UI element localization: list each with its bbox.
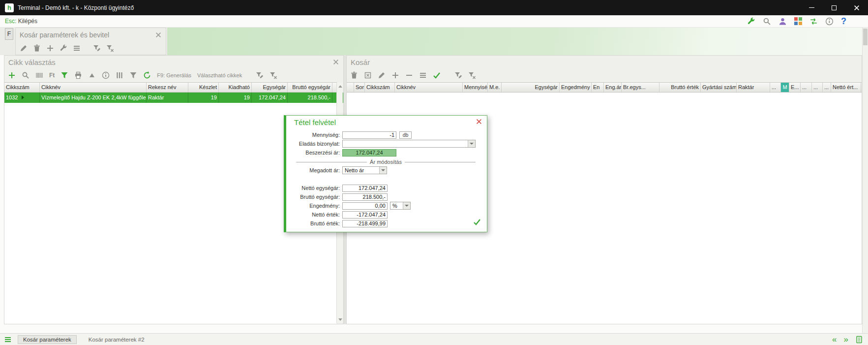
scroll-up-icon[interactable] xyxy=(338,85,342,88)
column-header-engedmeny[interactable]: Engedmény xyxy=(560,83,592,92)
plus-icon[interactable] xyxy=(391,71,399,79)
chevron-down-icon[interactable] xyxy=(468,140,475,147)
edit-pencil-icon[interactable] xyxy=(20,44,28,52)
separator-label: Ár módosítás xyxy=(370,159,402,165)
ft-price-icon[interactable]: Ft xyxy=(49,72,55,79)
close-icon[interactable] xyxy=(332,59,339,65)
funnel-icon[interactable] xyxy=(129,71,137,79)
filter-clear-icon[interactable] xyxy=(269,71,277,79)
edit-pencil-icon[interactable] xyxy=(378,71,386,79)
close-icon[interactable] xyxy=(155,31,162,38)
trash-icon[interactable] xyxy=(350,71,358,79)
discount-input[interactable] xyxy=(342,202,388,210)
minimize-button[interactable] xyxy=(800,0,823,15)
info-icon[interactable] xyxy=(825,17,834,26)
column-header-cikkszam[interactable]: Cikkszám xyxy=(365,83,395,92)
column-header-brutto-ertek[interactable]: Bruttó érték xyxy=(659,83,701,92)
net-unit-price-input[interactable] xyxy=(342,185,388,192)
selectable-items-button[interactable]: Választható cikkek xyxy=(197,72,242,78)
column-header-cikkszam[interactable]: Cikkszám xyxy=(4,83,40,92)
trash-icon[interactable] xyxy=(33,44,41,52)
search-icon[interactable] xyxy=(763,17,771,26)
column-header-rekesz-nev[interactable]: Rekesz név xyxy=(147,83,188,92)
filter-clear-icon[interactable] xyxy=(106,44,114,52)
menu-icon[interactable] xyxy=(419,71,427,79)
filter-clear-icon[interactable] xyxy=(468,71,476,79)
wrench-icon[interactable] xyxy=(747,17,755,26)
column-header-sor[interactable]: Sor xyxy=(354,83,365,92)
sale-document-dropdown[interactable] xyxy=(342,140,476,148)
plus-icon[interactable] xyxy=(46,44,54,52)
column-header-egysegar[interactable]: Egységár xyxy=(502,83,560,92)
net-value-input[interactable] xyxy=(342,211,388,219)
window-scrollbar[interactable] xyxy=(862,28,868,333)
discount-unit-dropdown[interactable]: % xyxy=(390,202,411,210)
document-icon[interactable] xyxy=(855,336,863,344)
column-header-dots4[interactable]: ... xyxy=(823,83,831,92)
chevron-down-icon[interactable] xyxy=(403,202,410,209)
sort-up-icon[interactable] xyxy=(88,71,96,79)
column-header-cikknev[interactable]: Cikknév xyxy=(40,83,147,92)
partial-panel-tab[interactable]: F xyxy=(5,28,13,40)
given-price-dropdown[interactable]: Netto ár xyxy=(342,166,387,174)
wrench-icon[interactable] xyxy=(60,44,67,52)
column-header-gyartasi-szam[interactable]: Gyártási szám xyxy=(701,83,737,92)
menu-icon[interactable] xyxy=(73,44,81,52)
printer-icon[interactable] xyxy=(74,71,82,79)
column-header-m[interactable]: M xyxy=(781,83,789,92)
column-header-en[interactable]: En xyxy=(592,83,604,92)
column-header-mennyiseg[interactable]: Mennyiség xyxy=(463,83,488,92)
column-header-brutto-egysegar[interactable]: Bruttó egységár xyxy=(288,83,332,92)
barcode-icon[interactable] xyxy=(35,71,43,79)
help-icon[interactable]: ? xyxy=(841,17,846,26)
filter-edit-icon[interactable] xyxy=(256,71,264,79)
gross-unit-price-label: Bruttó egységár: xyxy=(289,194,340,200)
search-icon[interactable] xyxy=(22,71,30,79)
tab-kosar-parameterek[interactable]: Kosár paraméterek xyxy=(18,335,77,344)
minus-icon[interactable] xyxy=(405,71,413,79)
chevron-down-icon[interactable] xyxy=(379,167,387,174)
column-header-cikknev[interactable]: Cikknév xyxy=(395,83,463,92)
next-page-icon[interactable]: » xyxy=(844,335,848,344)
gross-value-input[interactable] xyxy=(342,220,388,227)
columns-icon[interactable] xyxy=(116,71,123,79)
quantity-input[interactable] xyxy=(342,131,396,139)
scrollbar-thumb[interactable] xyxy=(863,29,868,45)
filter-edit-icon[interactable] xyxy=(93,44,101,52)
filter-edit-icon[interactable] xyxy=(454,71,462,79)
scroll-down-icon[interactable] xyxy=(338,318,342,321)
column-header-dots2[interactable]: ... xyxy=(801,83,812,92)
clear-all-icon[interactable] xyxy=(364,71,372,79)
column-header-dots1[interactable]: ... xyxy=(770,83,781,92)
column-header-raktar[interactable]: Raktár xyxy=(737,83,770,92)
close-icon[interactable] xyxy=(476,118,482,125)
column-header-engar[interactable]: Eng.ár xyxy=(604,83,622,92)
esc-exit-menu-item[interactable]: Esc: Kilépés xyxy=(5,18,37,25)
menu-icon[interactable] xyxy=(4,336,12,344)
column-header-e[interactable]: E... xyxy=(789,83,801,92)
table-row[interactable]: 1032 Vízmelegítő Hajdu Z-200 EK 2,4kW fü… xyxy=(4,93,343,103)
sale-document-label: Eladás bizonylat: xyxy=(289,141,340,147)
user-icon[interactable] xyxy=(778,17,787,26)
transfer-arrows-icon[interactable] xyxy=(809,17,818,26)
gross-unit-price-input[interactable] xyxy=(342,193,388,201)
column-header-kiadhato[interactable]: Kiadható xyxy=(219,83,252,92)
column-header-bregys[interactable]: Br.egys... xyxy=(622,83,659,92)
f9-generate-button[interactable]: F9: Generálás xyxy=(157,72,191,78)
column-header-keszlet[interactable]: Készlet xyxy=(188,83,219,92)
plus-icon[interactable] xyxy=(8,71,16,79)
close-button[interactable] xyxy=(845,0,868,15)
tab-kosar-parameterek-2[interactable]: Kosár paraméterek #2 xyxy=(84,336,150,344)
prev-page-icon[interactable]: « xyxy=(832,335,837,344)
column-header-dots3[interactable]: ... xyxy=(812,83,823,92)
column-header-egysegar[interactable]: Egységár xyxy=(252,83,288,92)
confirm-check-icon[interactable] xyxy=(433,71,441,79)
confirm-check-icon[interactable] xyxy=(473,218,481,226)
refresh-icon[interactable] xyxy=(143,71,151,79)
maximize-button[interactable] xyxy=(823,0,845,15)
info-icon[interactable] xyxy=(102,71,110,79)
column-header-netto-ertek[interactable]: Nettó ért... xyxy=(831,83,861,92)
apps-grid-icon[interactable] xyxy=(794,17,802,25)
column-header-me[interactable]: M.e. xyxy=(488,83,502,92)
funnel-icon[interactable] xyxy=(60,71,68,79)
